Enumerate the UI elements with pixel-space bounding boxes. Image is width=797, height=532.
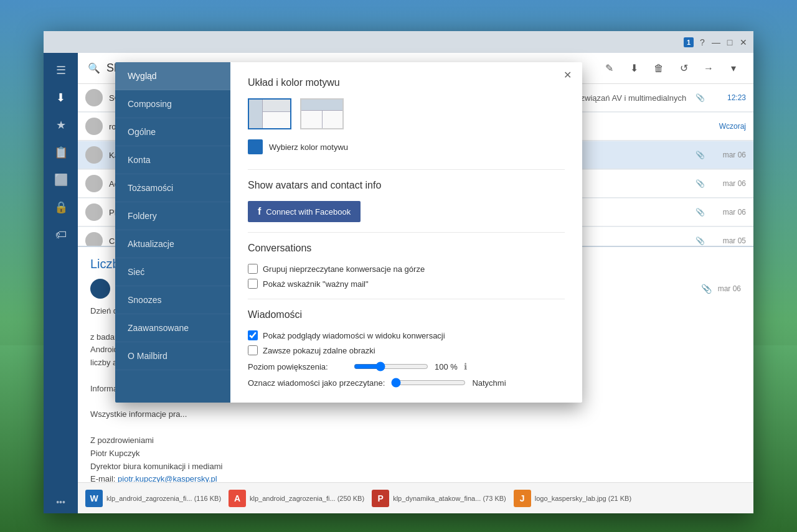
read-value: Natychmi [472, 378, 506, 388]
conv-option-1-checkbox[interactable] [248, 264, 258, 274]
facebook-connect-button[interactable]: f Connect with Facebook [248, 201, 361, 222]
msg-option-1-row: Pokaż podglądy wiadomości w widoku konwe… [248, 330, 565, 340]
conv-option-2-label: Pokaż wskaźnik "ważny mail" [263, 279, 369, 289]
wiadomosci-section: Wiadomości Pokaż podglądy wiadomości w w… [248, 309, 565, 388]
color-theme-label: Wybierz kolor motywu [269, 142, 348, 152]
layout-options [248, 98, 565, 129]
conv-option-1-row: Grupuj nieprzeczytane konwersacje na gór… [248, 264, 565, 274]
settings-dialog: ✕ WyglądComposingOgólneKontaTożsamościFo… [115, 62, 582, 403]
settings-nav-aktualizacje[interactable]: Aktualizacje [115, 230, 230, 258]
settings-nav-ogolne[interactable]: Ogólne [115, 118, 230, 146]
msg-option-2-checkbox[interactable] [248, 345, 258, 355]
divider-2 [248, 232, 565, 233]
conv-option-2-row: Pokaż wskaźnik "ważny mail" [248, 279, 565, 289]
msg-option-1-checkbox[interactable] [248, 330, 258, 340]
zoom-slider[interactable] [354, 362, 428, 371]
fb-connect-label: Connect with Facebook [266, 207, 351, 217]
conversations-title: Conversations [248, 243, 565, 254]
read-slider[interactable] [391, 378, 466, 388]
settings-nav-zaawansowane[interactable]: Zaawansowane [115, 314, 230, 342]
layout-section-title: Układ i kolor motywu [248, 77, 565, 88]
conv-option-2-checkbox[interactable] [248, 279, 258, 289]
settings-nav-wyglad[interactable]: Wygląd [115, 62, 230, 90]
layout-option-1[interactable] [248, 98, 291, 129]
zoom-row: Poziom powiększenia: 100 % ℹ [248, 362, 565, 371]
settings-nav-o-mailbird[interactable]: O Mailbird [115, 342, 230, 370]
msg-option-1-label: Pokaż podglądy wiadomości w widoku konwe… [263, 331, 445, 340]
read-label: Oznacz wiadomości jako przeczytane: [248, 378, 385, 388]
read-row: Oznacz wiadomości jako przeczytane: Naty… [248, 378, 565, 388]
color-swatch[interactable] [248, 139, 263, 154]
settings-nav-composing[interactable]: Composing [115, 90, 230, 118]
zoom-info-icon: ℹ [464, 362, 467, 371]
settings-close-button[interactable]: ✕ [560, 67, 575, 82]
settings-content: Układ i kolor motywu [230, 62, 582, 403]
color-theme-row: Wybierz kolor motywu [248, 139, 565, 154]
facebook-icon: f [258, 206, 261, 217]
wiadomosci-title: Wiadomości [248, 309, 565, 320]
avatars-section-title: Show avatars and contact info [248, 180, 565, 191]
settings-overlay: ✕ WyglądComposingOgólneKontaTożsamościFo… [0, 0, 797, 532]
settings-nav: WyglądComposingOgólneKontaTożsamościFold… [115, 62, 230, 403]
msg-option-2-label: Zawsze pokazuj zdalne obrazki [263, 346, 375, 355]
zoom-value: 100 % [435, 362, 458, 371]
zoom-label: Poziom powiększenia: [248, 362, 347, 371]
settings-nav-foldery[interactable]: Foldery [115, 202, 230, 230]
settings-nav-konta[interactable]: Konta [115, 146, 230, 174]
divider-1 [248, 169, 565, 170]
settings-nav-tozsamosci[interactable]: Tożsamości [115, 174, 230, 202]
settings-nav-siec[interactable]: Sieć [115, 258, 230, 286]
settings-nav-snoozes[interactable]: Snoozes [115, 286, 230, 314]
conversations-section: Conversations Grupuj nieprzeczytane konw… [248, 243, 565, 289]
msg-option-2-row: Zawsze pokazuj zdalne obrazki [248, 345, 565, 355]
conv-option-1-label: Grupuj nieprzeczytane konwersacje na gór… [263, 264, 425, 274]
layout-option-2[interactable] [300, 98, 344, 129]
divider-3 [248, 299, 565, 299]
